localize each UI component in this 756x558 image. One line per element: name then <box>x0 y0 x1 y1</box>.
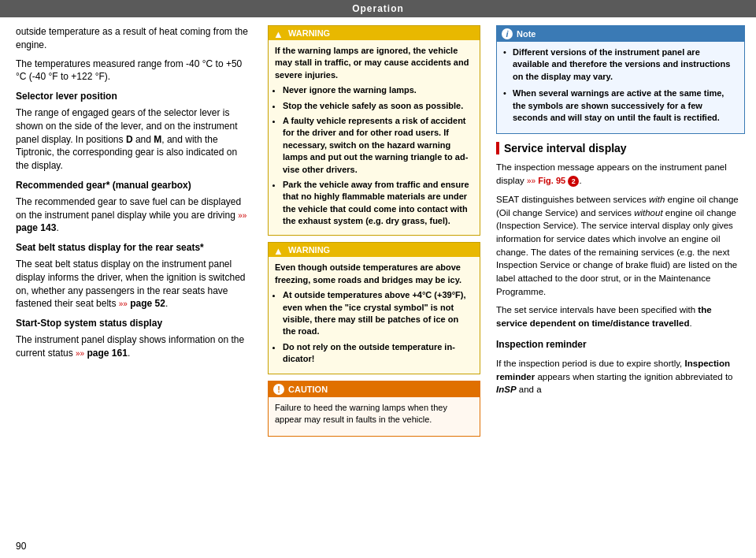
warning1-intro: If the warning lamps are ignored, the ve… <box>275 45 473 81</box>
left-para1: outside temperature as a result of heat … <box>16 25 249 52</box>
heading-selector-lever: Selector lever position <box>16 90 249 103</box>
warning1-item-1: Never ignore the warning lamps. <box>283 84 473 96</box>
warning-label-2: WARNING <box>288 245 330 255</box>
heading-recommended-gear: Recommended gear* (manual gearbox) <box>16 179 249 192</box>
page-number: 90 <box>16 541 26 552</box>
warning-box-2: WARNING Even though outside temperatures… <box>268 242 480 374</box>
warning-body-1: If the warning lamps are ignored, the ve… <box>269 40 480 235</box>
caution-body: Failure to heed the warning lamps when t… <box>269 397 480 437</box>
right-para1: The inspection message appears on the in… <box>496 161 745 188</box>
heading-inspection-reminder: Inspection reminder <box>496 338 745 352</box>
header-title: Operation <box>352 3 404 14</box>
left-para3: The range of engaged gears of the select… <box>16 106 249 173</box>
note-item-1: Different versions of the instrument pan… <box>503 46 738 83</box>
note-body: Different versions of the instrument pan… <box>497 42 744 133</box>
left-para5: The seat belt status display on the inst… <box>16 258 249 311</box>
warning-body-2: Even though outside temperatures are abo… <box>269 257 480 373</box>
warning-label-1: WARNING <box>288 28 330 38</box>
right-column: i Note Different versions of the instrum… <box>488 25 756 555</box>
right-para4: If the inspection period is due to expir… <box>496 357 745 396</box>
note-header: i Note <box>497 26 744 42</box>
warning-header-1: WARNING <box>269 26 480 40</box>
info-icon: i <box>502 28 513 39</box>
warning2-item-1: At outside temperatures above +4°C (+39°… <box>283 289 473 338</box>
middle-column: WARNING If the warning lamps are ignored… <box>260 25 488 555</box>
heading-start-stop: Start-Stop system status display <box>16 317 249 330</box>
header-bar: Operation <box>0 0 756 17</box>
right-para3: The set service intervals have been spec… <box>496 303 745 329</box>
note-list: Different versions of the instrument pan… <box>503 46 738 124</box>
note-label: Note <box>517 29 536 39</box>
warning-box-1: WARNING If the warning lamps are ignored… <box>268 25 480 236</box>
warning2-list: At outside temperatures above +4°C (+39°… <box>275 289 473 365</box>
warning1-item-3: A faulty vehicle represents a risk of ac… <box>283 115 473 176</box>
caution-circle-icon: ! <box>273 384 284 395</box>
caution-box: ! CAUTION Failure to heed the warning la… <box>268 381 480 437</box>
right-para2: SEAT distinguishes between services with… <box>496 193 745 298</box>
section-title-service: Service interval display <box>496 142 745 154</box>
caution-header: ! CAUTION <box>269 381 480 397</box>
left-para2: The temperatures measured range from -40… <box>16 58 249 84</box>
left-para6: The instrument panel display shows infor… <box>16 333 249 360</box>
caution-label: CAUTION <box>288 385 328 394</box>
warning-triangle-icon-2 <box>273 245 284 255</box>
content-area: outside temperature as a result of heat … <box>0 17 756 555</box>
page: Operation outside temperature as a resul… <box>0 0 756 558</box>
warning1-item-2: Stop the vehicle safely as soon as possi… <box>283 100 473 112</box>
warning2-intro: Even though outside temperatures are abo… <box>275 262 473 286</box>
note-item-2: When several warnings are active at the … <box>503 87 738 124</box>
heading-seatbelt: Seat belt status display for the rear se… <box>16 241 249 255</box>
left-para4: The recommended gear to save fuel can be… <box>16 195 249 235</box>
caution-text: Failure to heed the warning lamps when t… <box>275 402 473 426</box>
warning2-item-2: Do not rely on the outside temperature i… <box>283 341 473 366</box>
note-box: i Note Different versions of the instrum… <box>496 25 745 134</box>
warning1-list: Never ignore the warning lamps. Stop the… <box>275 84 473 227</box>
warning-header-2: WARNING <box>269 243 480 257</box>
warning1-item-4: Park the vehicle away from traffic and e… <box>283 179 473 228</box>
left-column: outside temperature as a result of heat … <box>0 25 260 555</box>
warning-triangle-icon-1 <box>273 28 284 38</box>
